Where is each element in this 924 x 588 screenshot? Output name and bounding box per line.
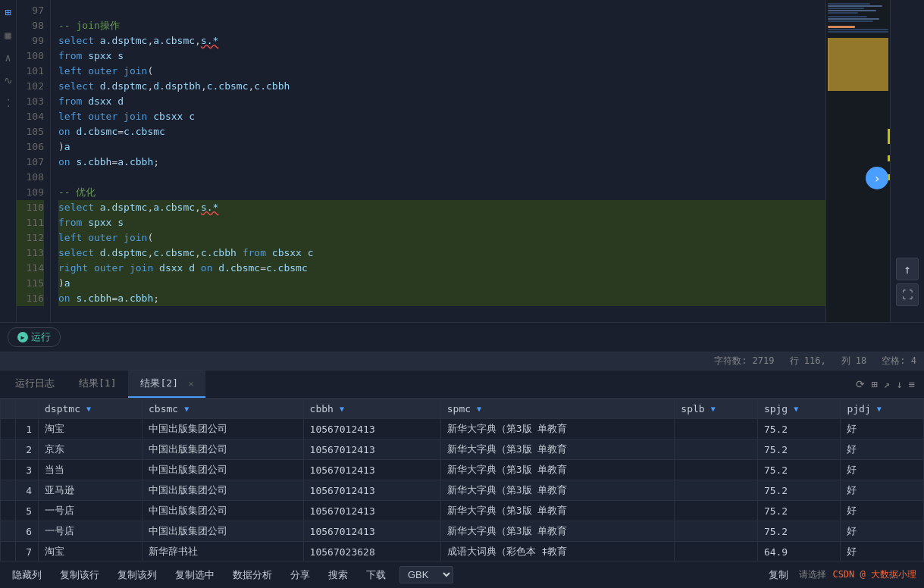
row-select[interactable] bbox=[1, 542, 16, 561]
csdn-badge: CSDN @ 大数据小理 bbox=[832, 568, 916, 581]
filter-pjdj-icon[interactable]: ▼ bbox=[877, 405, 882, 413]
code-line-105: on d.cbsmc=c.cbsmc bbox=[58, 124, 825, 139]
grid-icon[interactable]: ⊞ bbox=[5, 6, 11, 18]
search-button[interactable]: 搜索 bbox=[324, 567, 352, 583]
tab-result1[interactable]: 结果[1] bbox=[67, 371, 128, 398]
download-button[interactable]: 下载 bbox=[362, 567, 390, 583]
filter-spjg-icon[interactable]: ▼ bbox=[794, 405, 798, 413]
expand-button[interactable]: ⛶ bbox=[896, 283, 919, 306]
filter-cbsmc-icon[interactable]: ▼ bbox=[184, 405, 189, 413]
chart-area-icon[interactable]: ∧ bbox=[5, 52, 11, 64]
table-row[interactable]: 2 京东 中国出版集团公司 10567012413 新华大字典（第3版 单教育 … bbox=[1, 439, 924, 460]
code-line-116: on s.cbbh=a.cbbh; bbox=[58, 291, 825, 306]
cell-cbsmc: 中国出版集团公司 bbox=[143, 480, 304, 501]
code-line-108 bbox=[58, 170, 825, 185]
cell-spjg: 75.2 bbox=[757, 419, 841, 439]
cell-cbbh: 10567012413 bbox=[303, 460, 440, 480]
col-header-cbsmc[interactable]: cbsmc ▼ bbox=[143, 399, 304, 419]
col-header-select[interactable] bbox=[1, 399, 16, 419]
row-select[interactable] bbox=[1, 460, 16, 480]
export-icon[interactable]: ↗ bbox=[884, 378, 890, 390]
table-row[interactable]: 5 一号店 中国出版集团公司 10567012413 新华大字典（第3版 单教育… bbox=[1, 501, 924, 521]
code-editor[interactable]: -- join操作 select a.dsptmc,a.cbsmc,s.* fr… bbox=[51, 0, 825, 322]
col-header-dsptmc[interactable]: dsptmc ▼ bbox=[39, 399, 143, 419]
cell-spjg: 75.2 bbox=[757, 501, 841, 521]
toolbar-right: 复制 请选择 CSDN @ 大数据小理 bbox=[764, 567, 916, 583]
data-table-wrapper[interactable]: dsptmc ▼ cbsmc ▼ cbbh bbox=[0, 399, 924, 561]
col-header-cbbh[interactable]: cbbh ▼ bbox=[303, 399, 440, 419]
cell-spmc: 新华大字典（第3版 单教育 bbox=[440, 439, 675, 460]
copy-row-button[interactable]: 复制该行 bbox=[55, 567, 104, 583]
cell-cbbh: 10567012413 bbox=[303, 419, 440, 439]
hide-col-button[interactable]: 隐藏列 bbox=[8, 567, 46, 583]
cell-splb bbox=[675, 419, 758, 439]
chart-bar-icon[interactable]: ▦ bbox=[5, 29, 11, 41]
cell-splb bbox=[675, 480, 758, 501]
copy-col-button[interactable]: 复制该列 bbox=[113, 567, 161, 583]
filter-icon[interactable]: ⊞ bbox=[871, 378, 877, 390]
row-select[interactable] bbox=[1, 419, 16, 439]
col-header-splb[interactable]: splb ▼ bbox=[675, 399, 758, 419]
table-row[interactable]: 1 淘宝 中国出版集团公司 10567012413 新华大字典（第3版 单教育 … bbox=[1, 419, 924, 439]
download-icon[interactable]: ↓ bbox=[896, 378, 902, 390]
col-header-spjg[interactable]: spjg ▼ bbox=[757, 399, 841, 419]
row-select[interactable] bbox=[1, 501, 16, 521]
cell-cbbh: 10567023628 bbox=[303, 542, 440, 561]
filter-dsptmc-icon[interactable]: ▼ bbox=[86, 405, 91, 413]
col-header-pjdj[interactable]: pjdj ▼ bbox=[841, 399, 924, 419]
table-row[interactable]: 4 亚马逊 中国出版集团公司 10567012413 新华大字典（第3版 单教育… bbox=[1, 480, 924, 501]
row-select[interactable] bbox=[1, 480, 16, 501]
filter-cbbh-icon[interactable]: ▼ bbox=[340, 405, 344, 413]
run-bar: ▶ 运行 bbox=[0, 322, 924, 352]
code-line-107: on s.cbbh=a.cbbh; bbox=[58, 155, 825, 170]
cell-splb bbox=[675, 439, 758, 460]
refresh-icon[interactable]: ⟳ bbox=[856, 378, 865, 390]
cell-pjdj: 好 bbox=[841, 439, 924, 460]
filter-spmc-icon[interactable]: ▼ bbox=[477, 405, 481, 413]
cell-spjg: 75.2 bbox=[757, 460, 841, 480]
row-select[interactable] bbox=[1, 521, 16, 542]
chart-scatter-icon[interactable]: ⁚ bbox=[7, 97, 10, 109]
share-button[interactable]: 分享 bbox=[286, 567, 315, 583]
tab-result2[interactable]: 结果[2] ✕ bbox=[128, 371, 205, 398]
col-info: 列 18 bbox=[841, 355, 867, 368]
table-row[interactable]: 3 当当 中国出版集团公司 10567012413 新华大字典（第3版 单教育 … bbox=[1, 460, 924, 480]
tab-result2-close[interactable]: ✕ bbox=[189, 379, 194, 389]
scroll-up-button[interactable]: ↑ bbox=[896, 258, 919, 280]
float-action-button[interactable]: › bbox=[866, 167, 888, 189]
cell-spmc: 新华大字典（第3版 单教育 bbox=[440, 419, 675, 439]
cell-cbsmc: 中国出版集团公司 bbox=[143, 460, 304, 480]
cell-splb bbox=[675, 521, 758, 542]
data-analysis-button[interactable]: 数据分析 bbox=[228, 567, 277, 583]
table-row[interactable]: 7 淘宝 新华辞书社 10567023628 成语大词典（彩色本 ‡教育 64.… bbox=[1, 542, 924, 561]
right-actions: ↑ ⛶ bbox=[890, 0, 924, 322]
cell-pjdj: 好 bbox=[841, 460, 924, 480]
cell-splb bbox=[675, 542, 758, 561]
code-line-98: -- join操作 bbox=[58, 18, 825, 33]
menu-icon[interactable]: ≡ bbox=[909, 378, 915, 390]
code-line-111: from spxx s bbox=[58, 215, 825, 230]
copy-button[interactable]: 复制 bbox=[764, 567, 793, 583]
filter-splb-icon[interactable]: ▼ bbox=[711, 405, 716, 413]
cell-splb bbox=[675, 460, 758, 480]
table-row[interactable]: 6 一号店 中国出版集团公司 10567012413 新华大字典（第3版 单教育… bbox=[1, 521, 924, 542]
run-button[interactable]: ▶ 运行 bbox=[8, 327, 61, 347]
tab-run-log[interactable]: 运行日志 bbox=[3, 371, 67, 398]
copy-selected-button[interactable]: 复制选中 bbox=[171, 567, 219, 583]
cell-dsptmc: 京东 bbox=[39, 439, 143, 460]
row-num: 7 bbox=[16, 542, 39, 561]
col-header-spmc[interactable]: spmc ▼ bbox=[440, 399, 675, 419]
cell-cbsmc: 中国出版集团公司 bbox=[143, 521, 304, 542]
row-select[interactable] bbox=[1, 439, 16, 460]
cell-dsptmc: 亚马逊 bbox=[39, 480, 143, 501]
select-placeholder: 请选择 bbox=[799, 568, 826, 581]
minimap bbox=[825, 0, 890, 322]
chart-line-icon[interactable]: ∿ bbox=[4, 74, 13, 86]
cell-dsptmc: 一号店 bbox=[39, 501, 143, 521]
cell-cbbh: 10567012413 bbox=[303, 501, 440, 521]
encoding-select[interactable]: GBK UTF-8 bbox=[399, 566, 453, 583]
status-bar: 字符数: 2719 行 116, 列 18 空格: 4 bbox=[0, 352, 924, 371]
cell-spmc: 新华大字典（第3版 单教育 bbox=[440, 501, 675, 521]
code-line-113: select d.dsptmc,c.cbsmc,c.cbbh from cbsx… bbox=[58, 246, 825, 261]
col-header-rownum bbox=[16, 399, 39, 419]
